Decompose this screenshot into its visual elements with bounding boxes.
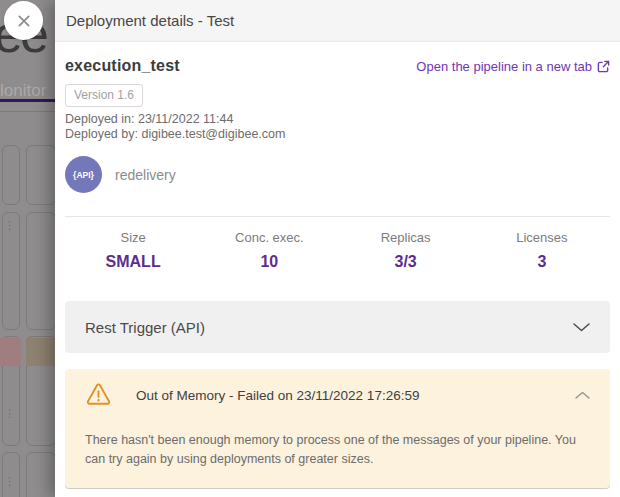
stat-value: 3/3 bbox=[338, 253, 474, 271]
close-drawer-button[interactable] bbox=[4, 1, 43, 40]
warning-triangle-icon bbox=[85, 383, 112, 407]
external-link-icon bbox=[597, 60, 610, 73]
project-name: redelivery bbox=[115, 167, 176, 183]
stat-label: Size bbox=[65, 230, 201, 245]
close-icon bbox=[17, 14, 31, 28]
chevron-up-icon[interactable] bbox=[575, 391, 590, 399]
kebab-menu-icon: ⋮ bbox=[4, 476, 15, 487]
stat-value: SMALL bbox=[65, 253, 201, 271]
open-pipeline-link[interactable]: Open the pipeline in a new tab bbox=[416, 59, 610, 74]
alert-title: Out of Memory - Failed on 23/11/2022 17:… bbox=[136, 388, 419, 403]
deployed-in-text: Deployed in: 23/11/2022 11:44 bbox=[65, 112, 610, 126]
backdrop-divider bbox=[0, 111, 56, 112]
open-pipeline-link-label: Open the pipeline in a new tab bbox=[416, 59, 592, 74]
background-card bbox=[2, 145, 20, 205]
background-status-band bbox=[0, 338, 21, 366]
rest-trigger-accordion-title: Rest Trigger (API) bbox=[85, 319, 205, 336]
deploy-info: Deployed in: 23/11/2022 11:44 Deployed b… bbox=[65, 112, 610, 141]
stat-replicas: Replicas 3/3 bbox=[338, 230, 474, 271]
chevron-down-icon[interactable] bbox=[573, 323, 590, 332]
drawer-header: Deployment details - Test bbox=[55, 0, 620, 42]
drawer-body: execution_test Open the pipeline in a ne… bbox=[55, 57, 620, 488]
stat-value: 3 bbox=[474, 253, 610, 271]
project-row: {API} redelivery bbox=[65, 156, 610, 193]
kebab-menu-icon: ⋮ bbox=[4, 408, 15, 419]
stat-value: 10 bbox=[201, 253, 337, 271]
pipeline-name: execution_test bbox=[65, 57, 180, 75]
background-card bbox=[26, 452, 56, 497]
screen: ee lonitor ⋮ ⋮ ⋮ Deployment details - Te… bbox=[0, 0, 620, 497]
alert-message: There hasn't been enough memory to proce… bbox=[85, 431, 590, 469]
pipeline-name-row: execution_test Open the pipeline in a ne… bbox=[65, 57, 610, 75]
section-divider bbox=[65, 216, 610, 217]
stat-licenses: Licenses 3 bbox=[474, 230, 610, 271]
stat-concurrent-executions: Conc. exec. 10 bbox=[201, 230, 337, 271]
background-status-band bbox=[26, 338, 56, 366]
kebab-menu-icon: ⋮ bbox=[4, 220, 15, 231]
rest-trigger-accordion[interactable]: Rest Trigger (API) bbox=[65, 301, 610, 353]
stat-label: Conc. exec. bbox=[201, 230, 337, 245]
deployed-by-text: Deployed by: digibee.test@digibee.com bbox=[65, 127, 610, 141]
active-tab-underline bbox=[0, 99, 56, 102]
drawer-title: Deployment details - Test bbox=[66, 12, 234, 29]
out-of-memory-alert: Out of Memory - Failed on 23/11/2022 17:… bbox=[65, 369, 610, 488]
version-badge: Version 1.6 bbox=[65, 84, 143, 107]
avatar: {API} bbox=[65, 156, 102, 193]
background-card bbox=[26, 145, 56, 205]
stat-label: Replicas bbox=[338, 230, 474, 245]
stat-size: Size SMALL bbox=[65, 230, 201, 271]
stats-row: Size SMALL Conc. exec. 10 Replicas 3/3 L… bbox=[65, 230, 610, 271]
monitor-nav-fragment: lonitor bbox=[0, 81, 46, 101]
stat-label: Licenses bbox=[474, 230, 610, 245]
deployment-details-drawer: Deployment details - Test execution_test… bbox=[55, 0, 620, 497]
background-card bbox=[26, 212, 56, 330]
alert-header[interactable]: Out of Memory - Failed on 23/11/2022 17:… bbox=[85, 383, 590, 407]
